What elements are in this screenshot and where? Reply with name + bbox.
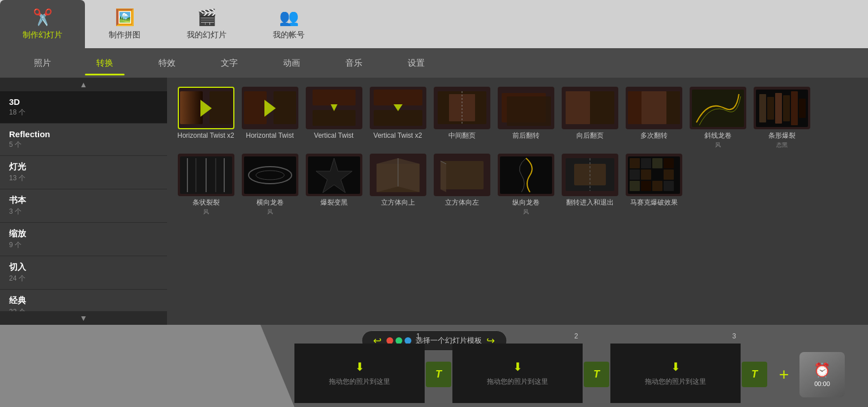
transition-diagonal-tornado[interactable]: 斜线龙卷风 [688, 87, 747, 149]
svg-rect-1 [180, 91, 203, 124]
transition-back-flip[interactable]: 向后翻页 [560, 87, 619, 149]
transition-btn-2[interactable]: T [584, 362, 609, 387]
nav-item-my-slides[interactable]: 🎬 我的幻灯片 [164, 0, 249, 48]
account-icon: 👥 [279, 8, 299, 27]
transition-mosaic-burst[interactable]: 马赛克爆破效果 [624, 154, 683, 216]
svg-rect-63 [652, 181, 662, 191]
transition-horizontal-twist-x2[interactable]: Horizontal Twist x2 [176, 87, 236, 149]
transition-vertical-twist[interactable]: Vertical Twist [304, 87, 364, 149]
transition-strip-burst[interactable]: 条形爆裂态黑 [752, 87, 811, 149]
slot-2-text: 拖动您的照片到这里 [487, 377, 548, 387]
transition-cube-left[interactable]: 立方体向左 [432, 154, 491, 216]
tab-text[interactable]: 文字 [198, 51, 260, 75]
transition-flip-in-out[interactable]: 翻转进入和退出 [560, 154, 619, 216]
tab-transitions[interactable]: 转换 [74, 51, 136, 75]
slot-3-arrow-icon: ⬇ [671, 360, 681, 374]
transition-center-flip[interactable]: 中间翻页 [432, 87, 491, 149]
svg-rect-19 [566, 91, 590, 124]
transition-cube-up[interactable]: 立方体向上 [368, 154, 427, 216]
tab-settings[interactable]: 设置 [385, 51, 447, 75]
sidebar-item-zoom-count: 9 个 [9, 240, 158, 250]
nav-item-account[interactable]: 👥 我的帐号 [249, 0, 328, 48]
sidebar-item-reflection-count: 5 个 [9, 140, 158, 150]
photo-slot-3[interactable]: 3 ⬇ 拖动您的照片到这里 3.0s [610, 344, 741, 403]
sidebar-item-zoom-name: 缩放 [9, 228, 158, 239]
svg-rect-53 [630, 158, 640, 168]
label-back-flip: 向后翻页 [576, 132, 604, 141]
svg-rect-30 [799, 99, 806, 118]
nav-item-collage[interactable]: 🖼️ 制作拼图 [85, 0, 164, 48]
sidebar-scroll-down[interactable]: ▼ [0, 311, 167, 325]
sidebar-item-cut-count: 24 个 [9, 274, 158, 283]
t-icon-2: T [593, 368, 600, 380]
thumb-back-flip [562, 87, 618, 129]
label-vertical-twist-x2: Vertical Twist x2 [374, 132, 422, 141]
sidebar-item-reflection-name: Reflection [9, 129, 158, 139]
tab-music[interactable]: 音乐 [323, 51, 385, 75]
thumb-flip-in-out [562, 154, 618, 196]
transition-grid: Horizontal Twist x2 Horizontal Twist V [167, 78, 868, 325]
svg-rect-61 [630, 181, 640, 191]
sidebar-item-light-name: 灯光 [9, 162, 158, 172]
photo-slot-2[interactable]: 2 ⬇ 拖动您的照片到这里 3.0s [452, 344, 583, 403]
sidebar-item-3d-name: 3D [9, 97, 158, 107]
sidebar-item-light-count: 13 个 [9, 173, 158, 183]
thumb-multi-flip [626, 87, 682, 129]
transition-horizontal-twist[interactable]: Horizontal Twist [240, 87, 300, 149]
label-center-flip: 中间翻页 [448, 132, 476, 141]
tab-photos[interactable]: 照片 [11, 51, 74, 75]
sidebar-scroll-up[interactable]: ▲ [0, 78, 167, 91]
svg-rect-5 [273, 91, 296, 124]
sidebar-item-reflection[interactable]: Reflection 5 个 [0, 124, 167, 156]
label-diagonal-tornado: 斜线龙卷风 [704, 132, 732, 149]
sidebar-item-book[interactable]: 书本 3 个 [0, 189, 167, 223]
transition-strip-crack[interactable]: 条状裂裂风 [176, 154, 236, 216]
svg-rect-64 [664, 181, 674, 191]
sidebar-item-book-name: 书本 [9, 195, 158, 206]
tab-effects[interactable]: 特效 [136, 51, 198, 75]
sidebar-item-classic-name: 经典 [9, 295, 158, 306]
svg-rect-54 [641, 158, 651, 168]
svg-rect-56 [664, 158, 674, 168]
svg-rect-48 [500, 156, 552, 194]
transition-vertical-tornado[interactable]: 纵向龙卷风 [496, 154, 555, 216]
sidebar-item-light[interactable]: 灯光 13 个 [0, 156, 167, 189]
sidebar-item-zoom[interactable]: 缩放 9 个 [0, 223, 167, 256]
thumb-cube-left [434, 154, 490, 196]
add-slot-button[interactable]: + [768, 359, 799, 390]
nav-label-my-slides: 我的幻灯片 [187, 30, 226, 40]
label-vertical-twist: Vertical Twist [314, 132, 354, 141]
thumb-strip-burst [754, 87, 810, 129]
label-strip-crack: 条状裂裂风 [193, 198, 220, 216]
thumb-diagonal-tornado [690, 87, 746, 129]
transition-vertical-twist-x2[interactable]: Vertical Twist x2 [368, 87, 427, 149]
collage-icon: 🖼️ [115, 8, 135, 27]
sidebar-item-cut-name: 切入 [9, 262, 158, 273]
svg-rect-55 [652, 158, 662, 168]
label-horizontal-twist-x2: Horizontal Twist x2 [177, 132, 234, 141]
transition-multi-flip[interactable]: 多次翻转 [624, 87, 683, 149]
tabs-bar: 照片 转换 特效 文字 动画 音乐 设置 [0, 48, 868, 78]
label-horizontal-twist: Horizontal Twist [246, 132, 293, 141]
t-icon-3: T [751, 368, 758, 380]
sidebar-item-3d[interactable]: 3D 18 个 [0, 91, 167, 124]
photo-slot-1[interactable]: 1 ⬇ 拖动您的照片到这里 3.0s [294, 344, 425, 403]
transition-btn-1[interactable]: T [426, 362, 451, 387]
transition-front-back-flip[interactable]: 前后翻转 [496, 87, 555, 149]
transition-horizontal-tornado[interactable]: 横向龙卷风 [240, 154, 300, 216]
bottom-bg-shape [0, 325, 294, 407]
slot-1-arrow-icon: ⬇ [355, 360, 365, 374]
nav-label-collage: 制作拼图 [109, 30, 140, 40]
timer-button[interactable]: ⏰ 00:00 [799, 352, 845, 397]
sidebar-item-cut[interactable]: 切入 24 个 [0, 256, 167, 290]
thumb-horizontal-twist [242, 87, 298, 129]
add-icon: + [779, 365, 789, 384]
transition-btn-3[interactable]: T [742, 362, 767, 387]
sidebar-item-classic-count: 22 个 [9, 307, 158, 311]
sidebar-item-classic[interactable]: 经典 22 个 [0, 290, 167, 311]
svg-rect-23 [692, 90, 744, 127]
svg-rect-37 [244, 156, 296, 194]
tab-animation[interactable]: 动画 [260, 51, 323, 75]
nav-item-slideshow[interactable]: ✂️ 制作幻灯片 [0, 0, 85, 48]
transition-burst-black[interactable]: 爆裂变黑 [304, 154, 364, 216]
